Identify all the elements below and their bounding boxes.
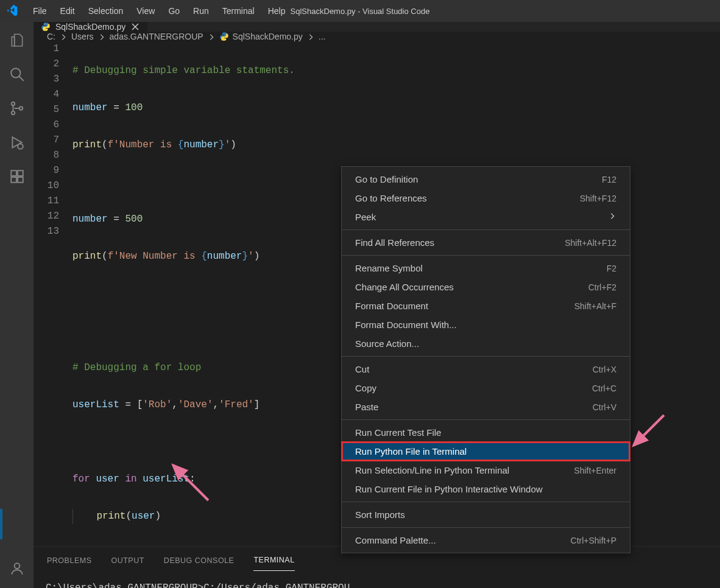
activity-highlight <box>0 509 2 539</box>
cm-rename-symbol[interactable]: Rename SymbolF2 <box>342 259 630 278</box>
cm-separator <box>342 502 630 502</box>
editor-context-menu: Go to DefinitionF12 Go to ReferencesShif… <box>341 166 630 553</box>
panel-tab-output[interactable]: OUTPUT <box>111 556 144 571</box>
cm-copy[interactable]: CopyCtrl+C <box>342 379 630 397</box>
menu-run[interactable]: Run <box>187 4 215 18</box>
svg-rect-8 <box>11 177 16 183</box>
menu-help[interactable]: Help <box>262 4 292 18</box>
svg-rect-6 <box>11 170 16 176</box>
terminal[interactable]: C:\Users\adas.GANTNERGROUP>C:/Users/adas… <box>34 571 720 588</box>
svg-point-11 <box>44 24 44 24</box>
line-number-gutter: 12345678910111213 <box>34 41 72 546</box>
close-icon[interactable] <box>130 22 140 32</box>
menu-terminal[interactable]: Terminal <box>216 4 261 18</box>
python-file-icon <box>41 22 51 32</box>
cm-command-palette[interactable]: Command Palette...Ctrl+Shift+P <box>342 531 630 550</box>
cm-sort-imports[interactable]: Sort Imports <box>342 505 630 524</box>
svg-point-2 <box>11 102 14 105</box>
menu-view[interactable]: View <box>130 4 161 18</box>
cm-separator <box>342 356 630 357</box>
cm-paste[interactable]: PasteCtrl+V <box>342 397 630 416</box>
cm-format-document[interactable]: Format DocumentShift+Alt+F <box>342 296 630 315</box>
cm-separator <box>342 255 630 256</box>
crumb-c[interactable]: C: <box>47 32 55 41</box>
tab-label: SqlShackDemo.py <box>55 22 125 32</box>
crumb-adas[interactable]: adas.GANTNERGROUP <box>110 32 203 41</box>
cm-peek[interactable]: Peek <box>342 208 630 226</box>
tab-sqlshackdemo[interactable]: SqlShackDemo.py <box>34 22 147 32</box>
chevron-right-icon <box>608 212 616 222</box>
svg-rect-7 <box>18 170 23 176</box>
search-icon[interactable] <box>9 66 26 83</box>
cm-separator <box>342 527 630 528</box>
terminal-line: C:\Users\adas.GANTNERGROUP>C:/Users/adas… <box>46 582 708 588</box>
svg-line-1 <box>19 76 24 81</box>
accounts-icon[interactable] <box>9 560 26 577</box>
cm-format-document-with[interactable]: Format Document With... <box>342 315 630 334</box>
main-menu: File Edit Selection View Go Run Terminal… <box>27 4 291 18</box>
editor-tabs: SqlShackDemo.py <box>34 22 720 32</box>
svg-point-0 <box>11 68 20 77</box>
title-bar: File Edit Selection View Go Run Terminal… <box>0 0 720 22</box>
menu-file[interactable]: File <box>27 4 53 18</box>
panel-tab-terminal[interactable]: TERMINAL <box>253 556 294 571</box>
svg-point-3 <box>11 111 14 114</box>
svg-point-4 <box>19 107 22 110</box>
source-control-icon[interactable] <box>9 100 26 117</box>
run-debug-icon[interactable] <box>9 134 26 151</box>
cm-run-current-test-file[interactable]: Run Current Test File <box>342 423 630 442</box>
menu-go[interactable]: Go <box>162 4 186 18</box>
svg-point-12 <box>46 29 47 30</box>
python-file-icon <box>219 32 229 41</box>
cm-change-all-occurrences[interactable]: Change All OccurrencesCtrl+F2 <box>342 278 630 296</box>
cm-run-selection-in-terminal[interactable]: Run Selection/Line in Python TerminalShi… <box>342 461 630 480</box>
panel-tab-problems[interactable]: PROBLEMS <box>47 556 91 571</box>
panel-tab-debug-console[interactable]: DEBUG CONSOLE <box>164 556 235 571</box>
breadcrumbs[interactable]: C: Users adas.GANTNERGROUP SqlShackDemo.… <box>34 32 720 41</box>
extensions-icon[interactable] <box>9 168 26 185</box>
svg-point-5 <box>18 144 23 149</box>
cm-run-in-interactive-window[interactable]: Run Current File in Python Interactive W… <box>342 480 630 499</box>
menu-edit[interactable]: Edit <box>54 4 81 18</box>
cm-run-python-file-in-terminal[interactable]: Run Python File in Terminal <box>342 442 630 461</box>
cm-separator <box>342 419 630 420</box>
chevron-right-icon <box>59 32 68 41</box>
svg-point-10 <box>14 563 19 569</box>
cm-go-to-references[interactable]: Go to ReferencesShift+F12 <box>342 189 630 208</box>
crumb-more[interactable]: ... <box>319 32 326 41</box>
crumb-users[interactable]: Users <box>71 32 94 41</box>
crumb-file[interactable]: SqlShackDemo.py <box>219 32 303 41</box>
chevron-right-icon <box>207 32 216 41</box>
vscode-logo-icon <box>6 5 18 17</box>
activity-bar <box>0 22 34 588</box>
chevron-right-icon <box>306 32 315 41</box>
cm-separator <box>342 229 630 230</box>
cm-source-action[interactable]: Source Action... <box>342 334 630 353</box>
svg-rect-9 <box>18 177 23 183</box>
chevron-right-icon <box>97 32 106 41</box>
cm-go-to-definition[interactable]: Go to DefinitionF12 <box>342 170 630 189</box>
cm-cut[interactable]: CutCtrl+X <box>342 360 630 379</box>
cm-find-all-references[interactable]: Find All ReferencesShift+Alt+F12 <box>342 233 630 252</box>
menu-selection[interactable]: Selection <box>82 4 130 18</box>
explorer-icon[interactable] <box>9 32 26 49</box>
